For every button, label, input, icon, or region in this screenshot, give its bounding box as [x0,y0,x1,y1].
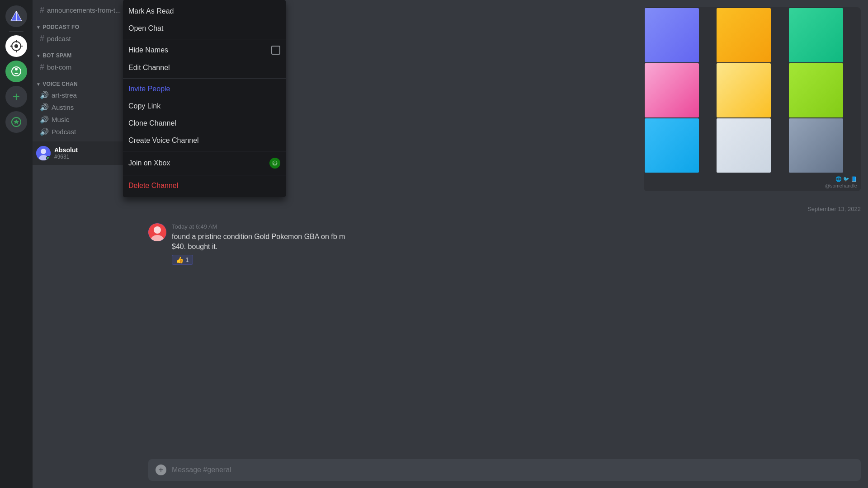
context-menu-invite-people[interactable]: Invite People [123,80,286,98]
channel-bot-com-name: bot-com [47,63,71,71]
context-menu-clone-channel[interactable]: Clone Channel [123,115,286,132]
hash-icon: # [40,5,44,15]
context-menu-create-voice[interactable]: Create Voice Channel [123,132,286,149]
hash-icon: # [40,34,44,43]
voice-channel-podcast-name: Podcast [52,128,76,136]
context-menu-divider-1 [123,39,286,39]
reaction-emoji: 👍 [176,256,184,263]
svg-point-19 [154,226,161,234]
voice-channel-art-stream-name: art-strea [52,91,77,99]
context-menu-copy-link[interactable]: Copy Link [123,98,286,115]
category-arrow-icon: ▼ [36,82,41,87]
message-text-1: found a pristine condition Gold Pokemon … [172,232,861,242]
context-menu-delete-channel[interactable]: Delete Channel [123,177,286,194]
user-avatar [36,146,51,160]
image-cell-6 [789,63,843,117]
message-header: Today at 6:49 AM [172,223,861,230]
add-attachment-button[interactable]: + [156,465,166,475]
message-content: Today at 6:49 AM found a pristine condit… [172,223,861,265]
context-menu-mark-as-read[interactable]: Mark As Read [123,3,286,20]
image-cell-9 [789,118,843,173]
context-menu-hide-names[interactable]: Hide Names [123,41,286,59]
context-menu-divider-2 [123,78,286,79]
hash-icon: # [40,62,44,72]
svg-point-9 [9,64,24,79]
hide-names-checkbox[interactable] [271,46,280,55]
category-podcast-fo-label: PODCAST FO [42,24,79,30]
image-cell-1 [645,8,699,62]
message-container: Today at 6:49 AM found a pristine condit… [148,223,861,265]
svg-point-17 [271,160,278,167]
message-avatar [148,223,166,241]
context-menu-edit-channel[interactable]: Edit Channel [123,59,286,76]
svg-point-15 [41,149,46,154]
category-bot-spam-label: BOT SPAM [42,52,71,59]
voice-icon: 🔊 [40,91,49,99]
server-icon-triangle[interactable] [5,5,27,27]
voice-icon: 🔊 [40,103,49,112]
server-sidebar: + [0,0,33,488]
category-voice-chan-label: VOICE CHAN [42,81,78,87]
context-menu-divider-3 [123,151,286,151]
category-arrow-icon: ▼ [36,53,41,58]
add-server-button[interactable]: + [5,86,27,108]
date-divider: September 13, 2022 [148,202,861,216]
xbox-icon [269,158,280,169]
image-cell-3 [789,8,843,62]
reaction-count: 1 [185,256,189,263]
image-cell-7 [645,118,699,173]
image-cell-4 [645,63,699,117]
image-cell-8 [717,118,771,173]
server-icon-green[interactable] [5,61,27,82]
context-menu-divider-4 [123,175,286,175]
online-status-dot [46,156,51,160]
server-icon-podcast[interactable] [5,35,27,57]
voice-icon: 🔊 [40,115,49,124]
discover-servers-button[interactable] [5,111,27,133]
server-divider [9,31,24,32]
context-menu-join-xbox[interactable]: Join on Xbox [123,153,286,173]
channel-podcast-name: podcast [47,35,71,42]
context-menu-open-chat[interactable]: Open Chat [123,20,286,37]
svg-point-4 [14,44,18,48]
message-input-placeholder[interactable]: Message #general [172,466,854,474]
voice-icon: 🔊 [40,127,49,136]
message-reaction[interactable]: 👍 1 [172,255,193,265]
message-input-area: + Message #general [141,459,868,488]
category-arrow-icon: ▼ [36,25,41,30]
message-input-box: + Message #general [148,459,861,481]
message-text-2: $40. bought it. [172,242,861,252]
svg-point-11 [15,68,18,70]
announcement-channel-name: announcements-from-t... [47,6,121,14]
image-cell-2 [717,8,771,62]
svg-marker-13 [14,119,19,124]
voice-channel-austins-name: Austins [52,103,74,111]
image-cell-5 [717,63,771,117]
context-menu: Mark As Read Open Chat Hide Names Edit C… [123,0,286,197]
voice-channel-music-name: Music [52,116,69,123]
